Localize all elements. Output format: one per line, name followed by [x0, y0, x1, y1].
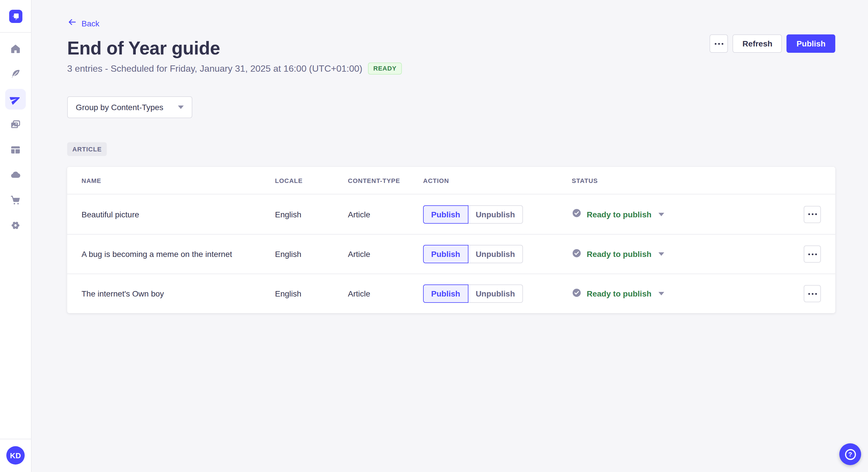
header-actions: Refresh Publish — [710, 34, 835, 53]
table-row: The internet's Own boy English Article P… — [67, 274, 835, 313]
entry-content-type: Article — [348, 249, 423, 259]
entry-name: The internet's Own boy — [82, 289, 275, 298]
question-mark-icon: ? — [845, 449, 856, 460]
entries-table: NAME LOCALE CONTENT-TYPE ACTION STATUS B… — [67, 167, 835, 313]
publish-option-button[interactable]: Publish — [423, 284, 468, 303]
publish-option-button[interactable]: Publish — [423, 245, 468, 263]
sidebar-item-content-manager[interactable] — [5, 64, 26, 84]
chevron-down-icon — [178, 105, 184, 109]
entry-status: Ready to publish — [572, 288, 795, 300]
home-icon — [10, 43, 21, 55]
sidebar-item-cloud[interactable] — [5, 165, 26, 185]
workspace-logo-box[interactable] — [0, 0, 31, 33]
more-actions-button[interactable] — [710, 34, 728, 53]
table-row: A bug is becoming a meme on the internet… — [67, 234, 835, 274]
pictures-icon — [10, 119, 21, 130]
check-circle-icon — [572, 208, 582, 220]
status-chevron-down-icon[interactable] — [658, 212, 664, 216]
entry-locale: English — [275, 289, 348, 298]
sidebar-item-media-library[interactable] — [5, 114, 26, 135]
paper-plane-icon — [10, 94, 21, 105]
check-circle-icon — [572, 248, 582, 260]
sidebar-nav — [5, 33, 26, 439]
row-more-button[interactable] — [804, 206, 821, 223]
status-chevron-down-icon[interactable] — [658, 252, 664, 256]
cloud-icon — [10, 169, 21, 181]
unpublish-option-button[interactable]: Unpublish — [468, 205, 523, 224]
column-header-name: NAME — [82, 177, 275, 184]
column-header-content-type: CONTENT-TYPE — [348, 177, 423, 184]
sidebar-item-home[interactable] — [5, 38, 26, 59]
entry-locale: English — [275, 210, 348, 219]
release-subtitle: 3 entries - Scheduled for Friday, Januar… — [67, 63, 362, 74]
content-type-group-badge: ARTICLE — [67, 142, 107, 156]
unpublish-option-button[interactable]: Unpublish — [468, 284, 523, 303]
sidebar-item-settings[interactable] — [5, 215, 26, 236]
entry-name: A bug is becoming a meme on the internet — [82, 249, 275, 259]
publish-release-button[interactable]: Publish — [787, 34, 835, 53]
layout-icon — [10, 144, 21, 156]
entry-content-type: Article — [348, 210, 423, 219]
sidebar-item-releases[interactable] — [5, 89, 26, 109]
cart-icon — [10, 194, 21, 206]
entry-status: Ready to publish — [572, 248, 795, 260]
entry-status: Ready to publish — [572, 208, 795, 220]
back-link[interactable]: Back — [67, 17, 99, 29]
help-button[interactable]: ? — [839, 443, 861, 465]
entry-status-label: Ready to publish — [587, 249, 652, 259]
status-chevron-down-icon[interactable] — [658, 292, 664, 295]
strapi-logo-icon — [9, 9, 22, 23]
entry-content-type: Article — [348, 289, 423, 298]
entry-status-label: Ready to publish — [587, 289, 652, 298]
sidebar-item-content-type-builder[interactable] — [5, 139, 26, 160]
unpublish-option-button[interactable]: Unpublish — [468, 245, 523, 263]
gear-icon — [10, 220, 21, 231]
entry-name: Beautiful picture — [82, 210, 275, 219]
column-header-status: STATUS — [572, 177, 795, 184]
main-content: Back End of Year guide 3 entries - Sched… — [32, 0, 868, 472]
status-badge: READY — [368, 63, 402, 74]
sidebar-item-marketplace[interactable] — [5, 190, 26, 210]
table-row: Beautiful picture English Article Publis… — [67, 194, 835, 234]
ellipsis-icon — [808, 213, 817, 215]
entry-action-toggle: Publish Unpublish — [423, 245, 572, 263]
feather-icon — [10, 68, 21, 80]
sidebar-footer: KD — [0, 439, 31, 472]
entry-status-label: Ready to publish — [587, 210, 652, 219]
group-by-select-value: Group by Content-Types — [76, 103, 163, 112]
ellipsis-icon — [715, 43, 723, 44]
publish-option-button[interactable]: Publish — [423, 205, 468, 224]
back-label: Back — [82, 19, 99, 28]
row-more-button[interactable] — [804, 245, 821, 263]
ellipsis-icon — [808, 253, 817, 255]
refresh-button[interactable]: Refresh — [733, 34, 782, 53]
entry-action-toggle: Publish Unpublish — [423, 205, 572, 224]
table-header-row: NAME LOCALE CONTENT-TYPE ACTION STATUS — [67, 167, 835, 194]
column-header-action: ACTION — [423, 177, 572, 184]
app-window: KD Back End of Year guide 3 entries - Sc… — [0, 0, 868, 472]
entry-locale: English — [275, 249, 348, 259]
ellipsis-icon — [808, 293, 817, 295]
sidebar: KD — [0, 0, 32, 472]
column-header-locale: LOCALE — [275, 177, 348, 184]
back-arrow-icon — [67, 17, 77, 29]
entry-action-toggle: Publish Unpublish — [423, 284, 572, 303]
check-circle-icon — [572, 288, 582, 300]
row-more-button[interactable] — [804, 285, 821, 302]
subtitle-row: 3 entries - Scheduled for Friday, Januar… — [67, 63, 835, 74]
group-by-select[interactable]: Group by Content-Types — [67, 96, 192, 118]
user-avatar[interactable]: KD — [6, 446, 25, 465]
